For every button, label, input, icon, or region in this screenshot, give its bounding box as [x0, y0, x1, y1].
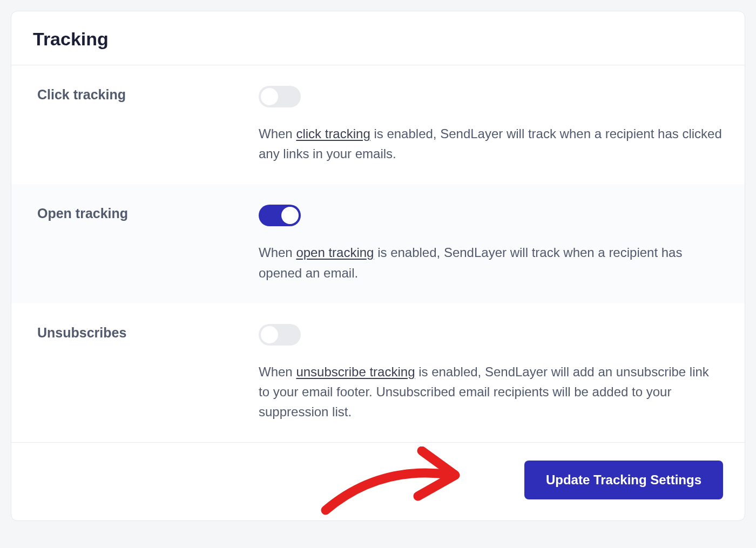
setting-control: When open tracking is enabled, SendLayer… — [259, 205, 723, 282]
setting-label-text: Click tracking — [37, 86, 248, 104]
arrow-annotation-icon — [314, 446, 470, 521]
desc-pre: When — [259, 126, 296, 141]
setting-row-click-tracking: Click tracking When click tracking is en… — [11, 65, 745, 184]
desc-pre: When — [259, 245, 296, 260]
setting-label: Open tracking — [37, 205, 248, 282]
setting-label-text: Open tracking — [37, 205, 248, 222]
unsubscribes-toggle[interactable] — [259, 324, 301, 346]
toggle-knob — [261, 326, 278, 343]
toggle-knob — [261, 88, 278, 105]
setting-description: When unsubscribe tracking is enabled, Se… — [259, 362, 723, 422]
setting-description: When click tracking is enabled, SendLaye… — [259, 124, 723, 164]
card-footer: Update Tracking Settings — [11, 442, 745, 520]
toggle-knob — [281, 207, 299, 224]
update-tracking-settings-button[interactable]: Update Tracking Settings — [524, 461, 723, 499]
click-tracking-toggle[interactable] — [259, 86, 301, 107]
setting-label-text: Unsubscribes — [37, 324, 248, 342]
unsubscribe-tracking-link[interactable]: unsubscribe tracking — [296, 364, 415, 379]
setting-row-unsubscribes: Unsubscribes When unsubscribe tracking i… — [11, 303, 745, 443]
open-tracking-link[interactable]: open tracking — [296, 245, 374, 260]
desc-pre: When — [259, 364, 296, 379]
setting-description: When open tracking is enabled, SendLayer… — [259, 242, 723, 282]
card-header: Tracking — [11, 11, 745, 65]
setting-control: When click tracking is enabled, SendLaye… — [259, 86, 723, 164]
card-title: Tracking — [33, 29, 723, 50]
click-tracking-link[interactable]: click tracking — [296, 126, 370, 141]
open-tracking-toggle[interactable] — [259, 205, 301, 226]
setting-row-open-tracking: Open tracking When open tracking is enab… — [11, 184, 745, 303]
setting-label: Click tracking — [37, 86, 248, 164]
tracking-card: Tracking Click tracking When click track… — [11, 11, 745, 521]
setting-label: Unsubscribes — [37, 324, 248, 422]
setting-control: When unsubscribe tracking is enabled, Se… — [259, 324, 723, 422]
